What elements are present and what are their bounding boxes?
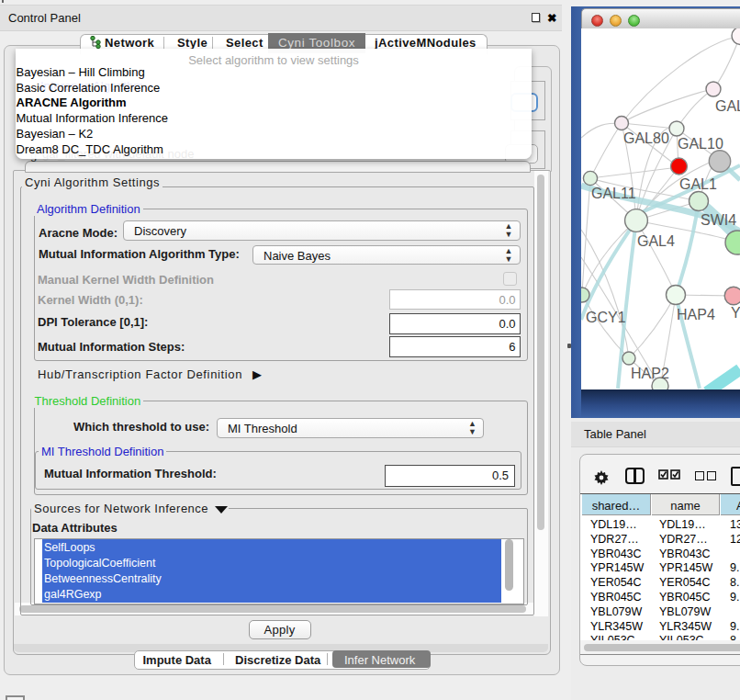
- svg-text:GAL7: GAL7: [715, 98, 740, 114]
- svg-text:GAL10: GAL10: [678, 136, 723, 152]
- svg-text:GAL80: GAL80: [623, 130, 669, 146]
- svg-text:GAL11: GAL11: [591, 186, 636, 201]
- svg-text:GCY1: GCY1: [586, 310, 626, 325]
- svg-text:Y: Y: [731, 305, 740, 321]
- svg-text:GAL1: GAL1: [679, 176, 717, 192]
- svg-text:HAP2: HAP2: [631, 366, 669, 381]
- svg-text:GAL4: GAL4: [637, 233, 675, 249]
- svg-text:SWI4: SWI4: [701, 212, 736, 228]
- svg-text:HAP4: HAP4: [677, 307, 715, 322]
